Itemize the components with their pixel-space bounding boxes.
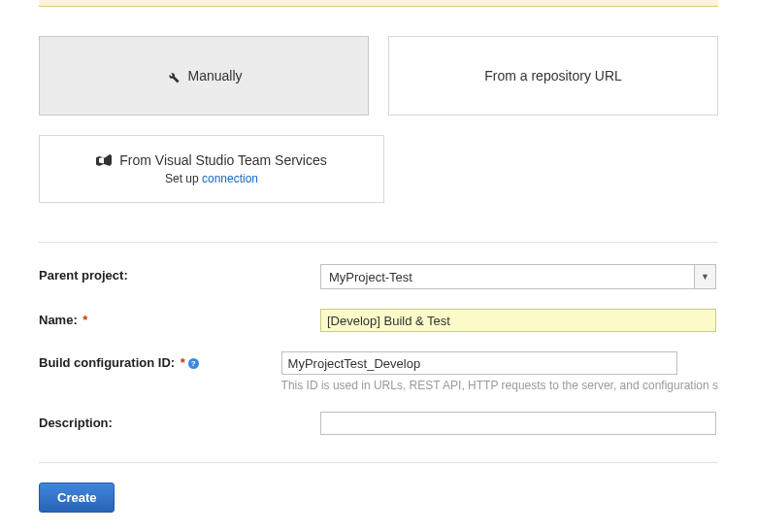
build-config-id-input[interactable] bbox=[281, 351, 677, 375]
name-input[interactable] bbox=[320, 309, 716, 332]
parent-project-value: MyProject-Test bbox=[321, 265, 694, 288]
description-input[interactable] bbox=[320, 412, 716, 435]
chevron-down-icon: ▼ bbox=[694, 265, 715, 288]
help-icon[interactable]: ? bbox=[188, 358, 199, 369]
row-parent-project: Parent project: MyProject-Test ▼ bbox=[39, 264, 718, 289]
top-notice-bar bbox=[39, 0, 718, 7]
card-from-repo-url[interactable]: From a repository URL bbox=[388, 36, 718, 116]
row-name: Name: * bbox=[39, 309, 718, 332]
vsts-subtext-prefix: Set up bbox=[165, 172, 202, 185]
label-build-config-id-text: Build configuration ID: bbox=[39, 355, 175, 370]
divider-top bbox=[39, 242, 718, 243]
card-manually-label: Manually bbox=[187, 68, 242, 83]
wrench-icon bbox=[165, 69, 180, 83]
row-build-config-id: Build configuration ID: *? This ID is us… bbox=[39, 351, 718, 392]
label-parent-project: Parent project: bbox=[39, 264, 320, 283]
label-description: Description: bbox=[39, 412, 320, 430]
required-asterisk: * bbox=[80, 313, 88, 327]
divider-bottom bbox=[39, 462, 718, 463]
build-config-id-hint: This ID is used in URLs, REST API, HTTP … bbox=[281, 379, 718, 392]
card-from-vsts[interactable]: From Visual Studio Team Services Set up … bbox=[39, 135, 384, 203]
card-from-repo-url-label: From a repository URL bbox=[484, 68, 622, 83]
source-cards-row1: Manually From a repository URL bbox=[39, 36, 718, 116]
parent-project-select[interactable]: MyProject-Test ▼ bbox=[320, 264, 716, 289]
label-name: Name: * bbox=[39, 309, 320, 327]
label-name-text: Name: bbox=[39, 313, 78, 327]
page-container: Manually From a repository URL From Visu… bbox=[0, 36, 757, 532]
label-build-config-id: Build configuration ID: *? bbox=[39, 351, 281, 370]
row-description: Description: bbox=[39, 412, 718, 435]
create-button[interactable]: Create bbox=[39, 482, 115, 513]
required-asterisk: * bbox=[177, 355, 185, 370]
card-from-vsts-label: From Visual Studio Team Services bbox=[119, 152, 326, 168]
vsts-connection-link[interactable]: connection bbox=[202, 172, 258, 185]
vsts-icon bbox=[96, 153, 112, 167]
vsts-subtext: Set up connection bbox=[165, 172, 258, 185]
card-manually[interactable]: Manually bbox=[39, 36, 369, 116]
